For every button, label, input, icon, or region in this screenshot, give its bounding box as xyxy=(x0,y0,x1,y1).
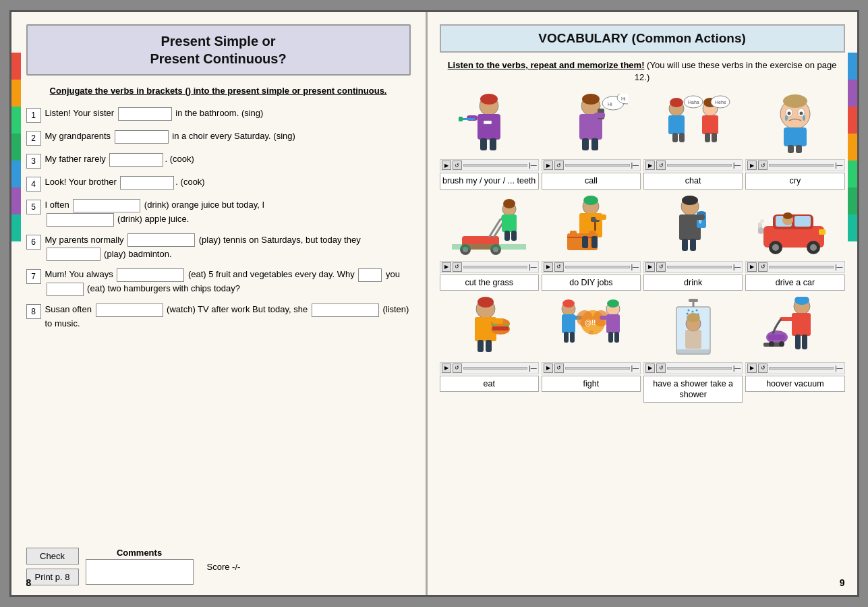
replay-button-cry[interactable]: ↺ xyxy=(758,161,768,170)
replay-button-drive[interactable]: ↺ xyxy=(758,262,768,272)
svg-rect-84 xyxy=(794,216,811,227)
blank-6-2[interactable] xyxy=(47,248,100,261)
blank-1-1[interactable] xyxy=(118,107,172,121)
blank-4-1[interactable] xyxy=(120,176,174,190)
vocab-item-chat: Haha Hehe ▶ ↺ xyxy=(643,90,743,189)
svg-rect-31 xyxy=(712,133,717,142)
svg-rect-58 xyxy=(511,231,517,241)
rtab-darkgreen xyxy=(848,187,857,214)
vocab-item-grass: ▶ ↺ |— cut the grass xyxy=(440,192,539,291)
comments-box xyxy=(86,559,194,585)
vocab-item-brush: ▶ ↺ |— brush my / your / ... teeth xyxy=(440,90,539,189)
vocab-grid: ▶ ↺ |— brush my / your / ... teeth xyxy=(440,90,845,403)
call-illustration: Hi Hi xyxy=(554,94,628,154)
play-button-diy[interactable]: ▶ xyxy=(544,262,553,272)
play-button-call[interactable]: ▶ xyxy=(544,161,553,170)
svg-rect-120 xyxy=(608,332,613,343)
comments-section: Comments xyxy=(86,548,194,585)
svg-rect-102 xyxy=(492,318,503,324)
replay-button-brush[interactable]: ↺ xyxy=(453,161,462,170)
vocab-item-drive: ▶ ↺ |— drive a car xyxy=(745,192,844,291)
svg-rect-69 xyxy=(596,214,606,220)
svg-text:Hi: Hi xyxy=(608,102,612,107)
svg-rect-144 xyxy=(795,335,801,349)
svg-point-35 xyxy=(783,94,807,108)
svg-rect-19 xyxy=(591,138,598,150)
svg-point-142 xyxy=(769,341,774,347)
ex-num-2: 2 xyxy=(26,131,41,146)
check-button[interactable]: Check xyxy=(26,548,79,565)
vocab-item-cry: ▶ ↺ |— cry xyxy=(745,90,844,189)
play-button-brush[interactable]: ▶ xyxy=(442,161,451,170)
play-button-hoover[interactable]: ▶ xyxy=(747,364,757,373)
vocab-img-fight: @!! ☆ xyxy=(547,293,635,361)
tab-red xyxy=(11,53,21,80)
blank-3-1[interactable] xyxy=(109,153,163,167)
replay-button-eat[interactable]: ↺ xyxy=(453,364,462,373)
replay-button-chat[interactable]: ↺ xyxy=(656,161,666,170)
score-label: Score -/- xyxy=(207,562,241,572)
left-instruction: Conjugate the verbs in brackets () into … xyxy=(26,85,411,97)
svg-point-1 xyxy=(480,94,498,105)
replay-button-call[interactable]: ↺ xyxy=(554,161,564,170)
vocab-controls-hoover: ▶ ↺ |— xyxy=(745,362,844,374)
replay-button-hoover[interactable]: ↺ xyxy=(758,364,768,373)
eat-illustration xyxy=(452,297,526,357)
rtab-green xyxy=(848,161,857,187)
vocab-item-eat: ▶ ↺ |— eat xyxy=(440,293,539,403)
progress-hoover xyxy=(769,367,834,370)
svg-point-87 xyxy=(772,244,779,251)
svg-text:Hehe: Hehe xyxy=(715,100,726,105)
svg-rect-64 xyxy=(570,231,577,235)
blank-2-1[interactable] xyxy=(115,130,169,144)
play-button-shower[interactable]: ▶ xyxy=(645,364,655,373)
svg-rect-30 xyxy=(705,133,710,142)
vocab-img-drive xyxy=(751,192,839,260)
vocab-label-shower: have a shower take a shower xyxy=(643,376,743,403)
diy-illustration xyxy=(554,196,628,256)
svg-point-106 xyxy=(562,299,575,308)
blank-8-1[interactable] xyxy=(96,304,163,317)
svg-point-61 xyxy=(583,196,598,205)
svg-point-88 xyxy=(810,244,817,251)
play-button-drive[interactable]: ▶ xyxy=(747,262,757,272)
comments-input[interactable] xyxy=(86,559,194,585)
rtab-red xyxy=(848,107,857,134)
blank-5-2[interactable] xyxy=(47,213,114,227)
tab-purple xyxy=(11,187,21,214)
duration-chat: |— xyxy=(733,162,741,169)
ex-num-7: 7 xyxy=(26,269,41,284)
blank-6-1[interactable] xyxy=(127,233,195,247)
blank-7-3[interactable] xyxy=(47,283,84,296)
play-button-fight[interactable]: ▶ xyxy=(544,364,553,373)
play-button-chat[interactable]: ▶ xyxy=(645,161,655,170)
replay-button-diy[interactable]: ↺ xyxy=(554,262,564,272)
blank-7-2[interactable] xyxy=(358,268,382,282)
print-button[interactable]: Print p. 8 xyxy=(26,569,79,585)
ex-num-1: 1 xyxy=(26,108,41,123)
progress-chat xyxy=(667,164,732,167)
play-button-grass[interactable]: ▶ xyxy=(442,262,451,272)
play-button-eat[interactable]: ▶ xyxy=(442,364,451,373)
replay-button-shower[interactable]: ↺ xyxy=(656,364,666,373)
replay-button-drink[interactable]: ↺ xyxy=(656,262,666,272)
blank-8-2[interactable] xyxy=(312,304,379,317)
svg-point-94 xyxy=(760,219,764,223)
vocab-controls-drink: ▶ ↺ |— xyxy=(643,261,743,273)
svg-rect-23 xyxy=(672,133,678,142)
vocab-img-hoover xyxy=(751,293,839,361)
play-button-drink[interactable]: ▶ xyxy=(645,262,655,272)
duration-brush: |— xyxy=(529,162,536,169)
progress-drive xyxy=(769,266,834,268)
svg-point-91 xyxy=(783,212,792,219)
blank-7-1[interactable] xyxy=(117,268,184,282)
progress-cry xyxy=(769,164,834,167)
play-button-cry[interactable]: ▶ xyxy=(747,161,757,170)
vocab-controls-call: ▶ ↺ |— xyxy=(542,159,641,171)
svg-rect-29 xyxy=(702,115,718,134)
svg-rect-7 xyxy=(490,138,496,150)
blank-5-1[interactable] xyxy=(73,199,140,212)
replay-button-fight[interactable]: ↺ xyxy=(554,364,564,373)
svg-rect-57 xyxy=(504,231,510,241)
replay-button-grass[interactable]: ↺ xyxy=(453,262,462,272)
